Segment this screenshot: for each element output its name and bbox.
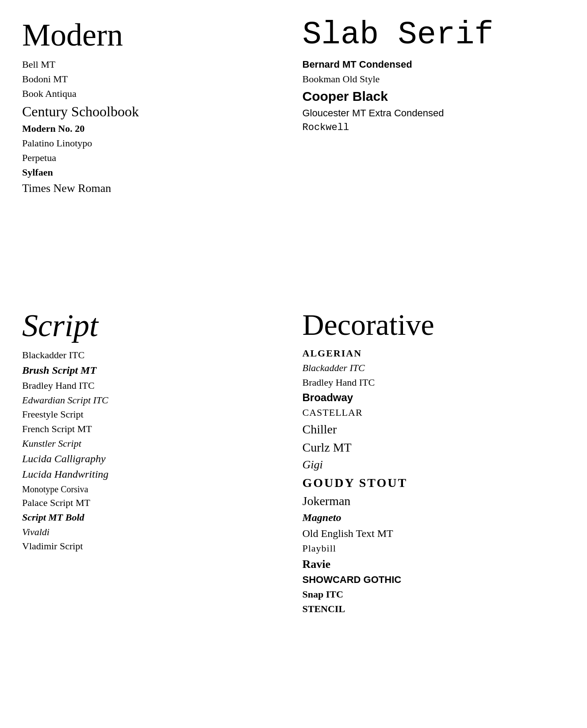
script-font-list: Blackadder ITC Brush Script MT Bradley H…	[22, 349, 285, 553]
font-freestyle: Freestyle Script	[22, 409, 84, 420]
list-item: Broadway	[303, 390, 565, 405]
font-gloucester: Gloucester MT Extra Condensed	[303, 107, 444, 119]
font-bell-mt: Bell MT	[22, 59, 55, 70]
list-item: Chiller	[303, 421, 565, 438]
list-item: Freestyle Script	[22, 408, 285, 421]
list-item: Century Schoolbook	[22, 102, 285, 122]
list-item: Jokerman	[303, 492, 565, 510]
font-bodoni-mt: Bodoni MT	[22, 73, 68, 84]
list-item: Brush Script MT	[22, 363, 285, 378]
font-broadway: Broadway	[303, 391, 353, 403]
font-showcard: SHOWCARD GOTHIC	[303, 574, 402, 585]
font-sylfaen: Sylfaen	[22, 167, 53, 178]
font-edwardian: Edwardian Script ITC	[22, 395, 108, 406]
font-blackadder: Blackadder ITC	[22, 349, 84, 360]
list-item: Gigi	[303, 457, 565, 473]
list-item: Rockwell	[303, 121, 565, 135]
decorative-section: Decorative ALGERIAN Blackadder ITC Bradl…	[294, 299, 574, 719]
list-item: Curlz MT	[303, 439, 565, 456]
font-chiller: Chiller	[303, 422, 337, 436]
list-item: Vladimir Script	[22, 540, 285, 553]
font-curlz: Curlz MT	[303, 441, 352, 454]
list-item: Palatino Linotypo	[22, 137, 285, 150]
list-item: ALGERIAN	[303, 347, 565, 360]
font-modern-no20: Modern No. 20	[22, 123, 84, 134]
list-item: Sylfaen	[22, 166, 285, 180]
font-jokerman: Jokerman	[303, 494, 351, 508]
font-goudy-stout: GOUDY STOUT	[303, 476, 408, 490]
font-palatino: Palatino Linotypo	[22, 138, 92, 149]
list-item: Old English Text MT	[303, 526, 565, 541]
list-item: SHOWCARD GOTHIC	[303, 573, 565, 587]
list-item: Perpetua	[22, 151, 285, 165]
font-gigi: Gigi	[303, 458, 323, 471]
font-kunstler: Kunstler Script	[22, 438, 81, 449]
slab-serif-title: Slab Serif	[303, 18, 565, 53]
font-book-antiqua: Book Antiqua	[22, 88, 77, 99]
list-item: Bradley Hand ITC	[22, 379, 285, 393]
list-item: Monotype Corsiva	[22, 483, 285, 495]
list-item: Lucida Handwriting	[22, 467, 285, 482]
font-script-mt-bold: Script MT Bold	[22, 512, 84, 523]
font-algerian: ALGERIAN	[303, 348, 362, 359]
list-item: Blackadder ITC	[22, 349, 285, 362]
list-item: Bodoni MT	[22, 73, 285, 86]
font-bradley-hand: Bradley Hand ITC	[22, 380, 95, 391]
list-item: Times New Roman	[22, 180, 285, 196]
font-playbill: Playbill	[303, 543, 336, 554]
font-bernard-mt: Bernard MT Condensed	[303, 59, 412, 70]
font-monotype-corsiva: Monotype Corsiva	[22, 484, 88, 494]
list-item: Ravie	[303, 556, 565, 572]
list-item: Bookman Old Style	[303, 73, 565, 86]
slab-serif-font-list: Bernard MT Condensed Bookman Old Style C…	[303, 58, 565, 134]
list-item: Playbill	[303, 542, 565, 556]
list-item: Lucida Calligraphy	[22, 452, 285, 467]
list-item: Kunstler Script	[22, 437, 285, 451]
list-item: Modern No. 20	[22, 122, 285, 136]
script-title: Script	[22, 308, 285, 343]
list-item: CASTELLAR	[303, 406, 565, 420]
list-item: Vivaldi	[22, 525, 285, 539]
font-dec-blackadder: Blackadder ITC	[303, 362, 365, 373]
slab-serif-section: Slab Serif Bernard MT Condensed Bookman …	[294, 9, 574, 299]
modern-font-list: Bell MT Bodoni MT Book Antiqua Century S…	[22, 58, 285, 196]
font-bookman: Bookman Old Style	[303, 73, 380, 84]
list-item: Book Antiqua	[22, 87, 285, 101]
font-rockwell: Rockwell	[303, 122, 349, 133]
font-vivaldi: Vivaldi	[22, 526, 50, 537]
font-lucida-calligraphy: Lucida Calligraphy	[22, 453, 106, 464]
list-item: French Script MT	[22, 422, 285, 436]
list-item: Blackadder ITC	[303, 361, 565, 375]
modern-section: Modern Bell MT Bodoni MT Book Antiqua Ce…	[13, 9, 294, 299]
font-castellar: CASTELLAR	[303, 407, 363, 418]
font-french-script: French Script MT	[22, 423, 92, 434]
font-palace-script: Palace Script MT	[22, 497, 90, 508]
list-item: Cooper Black	[303, 87, 565, 106]
modern-title: Modern	[22, 18, 285, 53]
font-century-schoolbook: Century Schoolbook	[22, 103, 139, 119]
script-section: Script Blackadder ITC Brush Script MT Br…	[13, 299, 294, 719]
font-stencil: STENCIL	[303, 603, 345, 614]
list-item: Gloucester MT Extra Condensed	[303, 107, 565, 120]
list-item: Edwardian Script ITC	[22, 394, 285, 407]
font-times-new-roman: Times New Roman	[22, 182, 111, 195]
font-ravie: Ravie	[303, 558, 331, 571]
decorative-font-list: ALGERIAN Blackadder ITC Bradley Hand ITC…	[303, 347, 565, 616]
decorative-title: Decorative	[303, 308, 565, 341]
list-item: Bell MT	[22, 58, 285, 72]
font-perpetua: Perpetua	[22, 152, 56, 163]
font-old-english: Old English Text MT	[303, 528, 393, 539]
list-item: Bradley Hand ITC	[303, 376, 565, 390]
list-item: Palace Script MT	[22, 496, 285, 510]
list-item: GOUDY STOUT	[303, 474, 565, 491]
font-vladimir: Vladimir Script	[22, 540, 83, 552]
list-item: Script MT Bold	[22, 511, 285, 525]
font-brush-script: Brush Script MT	[22, 364, 96, 376]
list-item: Bernard MT Condensed	[303, 58, 565, 72]
font-lucida-handwriting: Lucida Handwriting	[22, 468, 108, 480]
list-item: Snap ITC	[303, 588, 565, 602]
font-snap-itc: Snap ITC	[303, 589, 343, 600]
list-item: STENCIL	[303, 602, 565, 616]
font-magneto: Magneto	[303, 512, 341, 523]
font-dec-bradley: Bradley Hand ITC	[303, 377, 375, 388]
